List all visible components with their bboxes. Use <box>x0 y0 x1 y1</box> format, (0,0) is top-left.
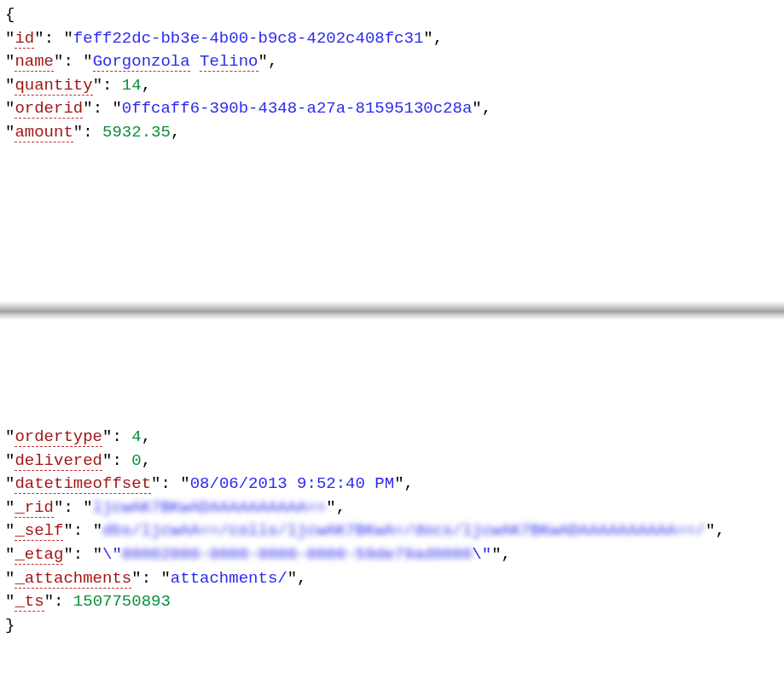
field-id: "id": "feff22dc-bb3e-4b00-b9c8-4202c408f… <box>5 27 779 51</box>
id-value: feff22dc-bb3e-4b00-b9c8-4202c408fc31 <box>73 29 423 48</box>
spacer-mid <box>0 320 784 422</box>
etag-value: 00002000-0000-0000-0000-59de79ad0000 <box>122 543 472 567</box>
delivered-value: 0 <box>131 451 141 470</box>
field-name: "name": "Gorgonzola Telino", <box>5 50 779 74</box>
field-etag: "_etag": "\"00002000-0000-0000-0000-59de… <box>5 543 779 567</box>
amount-value: 5932.35 <box>102 123 171 142</box>
spacer-top <box>0 153 784 289</box>
name-value-1: Gorgonzola <box>93 52 190 72</box>
close-brace: } <box>5 614 779 638</box>
ts-value: 1507750893 <box>73 592 171 611</box>
orderid-value: 0ffcaff6-390b-4348-a27a-81595130c28a <box>122 99 472 118</box>
datetimeoffset-value: 08/06/2013 9:52:40 PM <box>190 474 394 493</box>
field-attachments: "_attachments": "attachments/", <box>5 567 779 591</box>
quantity-value: 14 <box>122 76 142 95</box>
field-self: "_self": "dbs/ljcwAA==/colls/ljcwAK7BKwA… <box>5 519 779 543</box>
json-bottom-block: "ordertype": 4, "delivered": 0, "datetim… <box>0 422 784 646</box>
field-amount: "amount": 5932.35, <box>5 121 779 145</box>
field-orderid: "orderid": "0ffcaff6-390b-4348-a27a-8159… <box>5 97 779 121</box>
field-delivered: "delivered": 0, <box>5 450 779 473</box>
name-value-2: Telino <box>200 52 258 72</box>
horizontal-divider <box>0 301 784 320</box>
attachments-value: attachments/ <box>171 569 287 588</box>
field-ts: "_ts": 1507750893 <box>5 590 779 614</box>
field-ordertype: "ordertype": 4, <box>5 426 779 450</box>
json-top-block: { "id": "feff22dc-bb3e-4b00-b9c8-4202c40… <box>0 0 784 153</box>
self-value: dbs/ljcwAA==/colls/ljcwAK7BKwA=/docs/ljc… <box>102 519 706 543</box>
rid-value: ljcwAK7BKwADAAAAAAAAAA== <box>93 496 327 520</box>
field-quantity: "quantity": 14, <box>5 74 779 98</box>
field-rid: "_rid": "ljcwAK7BKwADAAAAAAAAAA==", <box>5 496 779 520</box>
open-brace: { <box>5 3 779 27</box>
field-datetimeoffset: "datetimeoffset": "08/06/2013 9:52:40 PM… <box>5 473 779 496</box>
ordertype-value: 4 <box>131 427 141 446</box>
